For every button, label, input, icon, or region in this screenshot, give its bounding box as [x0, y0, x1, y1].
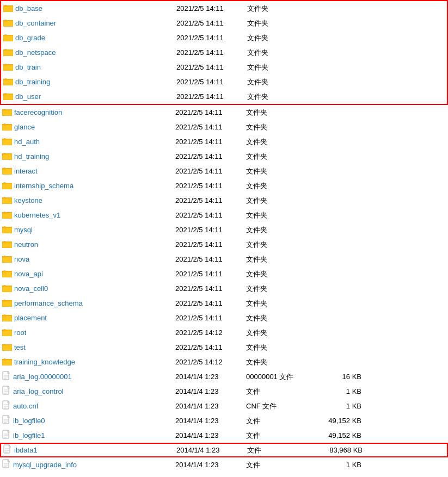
file-date-col: 2021/2/5 14:11	[171, 284, 242, 293]
item-name-label[interactable]: db_training	[15, 78, 50, 86]
list-item[interactable]: test2021/2/5 14:11文件夹	[0, 340, 448, 355]
list-item[interactable]: internship_schema2021/2/5 14:11文件夹	[0, 178, 448, 193]
list-item[interactable]: db_base2021/2/5 14:11文件夹	[1, 1, 447, 16]
svg-rect-76	[2, 183, 12, 189]
list-item[interactable]: ib_logfile02014/1/4 1:23文件49,152 KB	[0, 413, 448, 428]
file-size-col: 83,968 KB	[308, 446, 363, 454]
list-item[interactable]: hd_training2021/2/5 14:11文件夹	[0, 149, 448, 164]
item-name-label[interactable]: ib_logfile1	[13, 431, 45, 439]
file-type-col: 文件夹	[243, 77, 308, 87]
list-item[interactable]: placement2021/2/5 14:11文件夹	[0, 311, 448, 325]
item-name-label[interactable]: hd_training	[14, 152, 49, 160]
list-item[interactable]: interact2021/2/5 14:11文件夹	[0, 164, 448, 178]
list-item[interactable]: aria_log_control2014/1/4 1:23文件1 KB	[0, 384, 448, 399]
item-name-label[interactable]: placement	[14, 314, 47, 322]
folder-icon	[2, 357, 12, 367]
file-name-col: ibdata1	[3, 444, 172, 456]
list-item[interactable]: mysql2021/2/5 14:11文件夹	[0, 222, 448, 237]
item-name-label[interactable]: auto.cnf	[13, 402, 38, 410]
list-item[interactable]: neutron2021/2/5 14:11文件夹	[0, 237, 448, 252]
file-type-col: 文件夹	[243, 4, 308, 14]
svg-rect-106	[2, 257, 12, 263]
item-name-label[interactable]: hd_auth	[14, 138, 40, 146]
list-item[interactable]: auto.cnf2014/1/4 1:23CNF 文件1 KB	[0, 399, 448, 413]
file-type-col: 文件夹	[242, 284, 307, 294]
folder-icon	[2, 137, 12, 147]
item-name-label[interactable]: ibdata1	[14, 446, 38, 454]
file-type-col: 文件	[242, 387, 307, 397]
list-item[interactable]: nova_api2021/2/5 14:11文件夹	[0, 267, 448, 281]
item-name-label[interactable]: db_train	[15, 63, 41, 71]
svg-rect-130	[2, 315, 12, 321]
list-item[interactable]: glance2021/2/5 14:11文件夹	[0, 120, 448, 134]
svg-rect-46	[2, 110, 12, 116]
item-name-label[interactable]: interact	[14, 167, 38, 175]
list-item[interactable]: db_training2021/2/5 14:11文件夹	[1, 75, 447, 89]
item-name-label[interactable]: keystone	[14, 196, 42, 205]
folder-icon	[2, 151, 12, 162]
item-name-label[interactable]: db_user	[15, 92, 41, 101]
file-date-col: 2021/2/5 14:11	[171, 108, 242, 116]
file-date-col: 2021/2/5 14:11	[171, 123, 242, 131]
item-name-label[interactable]: test	[14, 343, 26, 351]
file-name-col: aria_log.00000001	[2, 371, 171, 382]
list-item[interactable]: db_container2021/2/5 14:11文件夹	[1, 16, 447, 30]
file-date-col: 2021/2/5 14:12	[171, 358, 242, 366]
file-type-col: 文件	[242, 431, 307, 441]
item-name-label[interactable]: facerecognition	[14, 108, 62, 116]
file-size-col: 16 KB	[307, 373, 361, 381]
svg-rect-136	[2, 330, 12, 336]
list-item[interactable]: db_grade2021/2/5 14:11文件夹	[1, 30, 447, 45]
file-name-col: placement	[2, 313, 171, 323]
item-name-label[interactable]: kubernetes_v1	[14, 211, 60, 219]
item-name-label[interactable]: mysql_upgrade_info	[13, 461, 77, 469]
item-name-label[interactable]: training_knowledge	[14, 358, 75, 366]
file-type-col: 文件夹	[242, 152, 307, 162]
folder-icon	[3, 62, 13, 72]
list-item[interactable]: ib_logfile12014/1/4 1:23文件49,152 KB	[0, 428, 448, 443]
file-type-col: 文件夹	[242, 299, 307, 308]
item-name-label[interactable]: root	[14, 329, 26, 337]
item-name-label[interactable]: neutron	[14, 240, 38, 249]
item-name-label[interactable]: aria_log.00000001	[13, 373, 72, 381]
svg-rect-148	[2, 360, 12, 366]
item-name-label[interactable]: nova_api	[14, 270, 43, 278]
item-name-label[interactable]: performance_schema	[14, 299, 83, 307]
list-item[interactable]: mysql_upgrade_info2014/1/4 1:23文件1 KB	[0, 457, 448, 472]
list-item[interactable]: aria_log.000000012014/1/4 1:2300000001 文…	[0, 369, 448, 384]
list-item[interactable]: training_knowledge2021/2/5 14:12文件夹	[0, 355, 448, 369]
list-item[interactable]: keystone2021/2/5 14:11文件夹	[0, 193, 448, 208]
item-name-label[interactable]: aria_log_control	[13, 387, 64, 395]
item-name-label[interactable]: db_base	[15, 4, 42, 13]
item-name-label[interactable]: glance	[14, 123, 35, 131]
file-type-col: 文件夹	[242, 137, 307, 147]
list-item[interactable]: db_user2021/2/5 14:11文件夹	[1, 89, 447, 104]
list-item[interactable]: db_train2021/2/5 14:11文件夹	[1, 60, 447, 75]
item-name-label[interactable]: nova_cell0	[14, 284, 48, 293]
list-item[interactable]: kubernetes_v12021/2/5 14:11文件夹	[0, 208, 448, 222]
file-icon	[2, 415, 11, 426]
file-date-col: 2021/2/5 14:11	[172, 92, 243, 101]
item-name-label[interactable]: nova	[14, 255, 29, 263]
folder-icon	[3, 18, 13, 28]
file-date-col: 2021/2/5 14:11	[171, 240, 242, 249]
item-name-label[interactable]: db_container	[15, 19, 56, 27]
item-name-label[interactable]: mysql	[14, 226, 33, 234]
list-item[interactable]: hd_auth2021/2/5 14:11文件夹	[0, 134, 448, 149]
list-item[interactable]: root2021/2/5 14:12文件夹	[0, 325, 448, 340]
item-name-label[interactable]: db_grade	[15, 34, 45, 42]
file-type-col: 文件夹	[242, 108, 307, 117]
file-type-col: 文件夹	[242, 255, 307, 264]
file-date-col: 2021/2/5 14:11	[171, 138, 242, 146]
list-item[interactable]: db_netspace2021/2/5 14:11文件夹	[1, 45, 447, 60]
list-item[interactable]: ibdata12014/1/4 1:23文件83,968 KB	[0, 443, 448, 457]
list-item[interactable]: nova2021/2/5 14:11文件夹	[0, 252, 448, 267]
item-name-label[interactable]: ib_logfile0	[13, 417, 45, 425]
item-name-label[interactable]: db_netspace	[15, 48, 56, 57]
file-date-col: 2021/2/5 14:11	[171, 314, 242, 322]
item-name-label[interactable]: internship_schema	[14, 182, 73, 190]
list-item[interactable]: facerecognition2021/2/5 14:11文件夹	[0, 105, 448, 120]
list-item[interactable]: nova_cell02021/2/5 14:11文件夹	[0, 281, 448, 296]
folder-icon	[2, 107, 12, 117]
list-item[interactable]: performance_schema2021/2/5 14:11文件夹	[0, 296, 448, 311]
